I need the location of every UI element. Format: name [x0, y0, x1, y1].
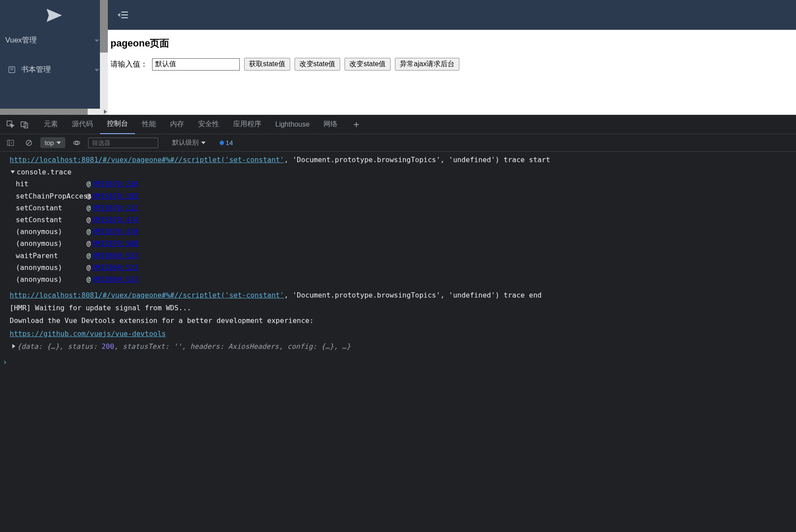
tab-lighthouse[interactable]: Lighthouse	[268, 115, 316, 134]
trace-row: (anonymous)@ VM15869:523	[0, 273, 796, 285]
trace-location-link[interactable]: VM15870:508	[92, 238, 139, 249]
svg-point-13	[75, 142, 78, 144]
console-output: http://localhost:8081/#/vuex/pageone#%#/…	[0, 152, 796, 373]
log-line: http://localhost:8081/#/vuex/pageone#%#/…	[0, 289, 796, 301]
trace-function: setChainPropAccess	[16, 190, 85, 202]
sidebar-item-label: Vuex管理	[5, 35, 37, 45]
tab-memory[interactable]: 内存	[163, 115, 191, 134]
trace-row: hit@ VM15870:236	[0, 178, 796, 190]
trace-row: setChainPropAccess@ VM15870:195	[0, 190, 796, 202]
trace-row: setConstant@ VM15870:474	[0, 214, 796, 226]
sidebar-item-label: 书本管理	[21, 64, 51, 74]
devtools-tabbar: 元素 源代码 控制台 性能 内存 安全性 应用程序 Lighthouse 网络 …	[0, 115, 796, 134]
log-line: https://github.com/vuejs/vue-devtools	[0, 327, 796, 340]
trace-location-link[interactable]: VM15869:523	[92, 262, 139, 273]
trace-location-link[interactable]: VM15870:212	[92, 202, 139, 214]
log-line: [HMR] Waiting for update signal from WDS…	[0, 301, 796, 314]
tab-application[interactable]: 应用程序	[226, 115, 268, 134]
trace-location-link[interactable]: VM15870:474	[92, 214, 139, 226]
get-state-button[interactable]: 获取state值	[244, 58, 290, 71]
log-object[interactable]: {data: {…}, status: 200, statusText: '',…	[0, 340, 796, 353]
trace-function: hit	[16, 178, 85, 190]
console-prompt[interactable]: ›	[0, 353, 796, 372]
sidebar-scrollbar-horizontal[interactable]	[0, 109, 108, 115]
devtools-panel: 元素 源代码 控制台 性能 内存 安全性 应用程序 Lighthouse 网络 …	[0, 115, 796, 532]
trace-row: (anonymous)@ VM15870:478	[0, 226, 796, 238]
chevron-down-icon	[94, 67, 100, 73]
svg-rect-7	[21, 122, 26, 127]
tab-console[interactable]: 控制台	[100, 115, 135, 134]
tab-elements[interactable]: 元素	[37, 115, 65, 134]
app-logo	[0, 0, 108, 31]
tab-performance[interactable]: 性能	[135, 115, 163, 134]
log-url-link[interactable]: http://localhost:8081/#/vuex/pageone#%#/…	[10, 291, 284, 299]
trace-header[interactable]: console.trace	[0, 166, 796, 178]
trace-row: setConstant@ VM15870:212	[0, 202, 796, 214]
log-line: Download the Vue Devtools extension for …	[0, 314, 796, 327]
trace-row: (anonymous)@ VM15869:523	[0, 262, 796, 273]
trace-function: setConstant	[16, 214, 85, 226]
sidebar-scrollbar-vertical[interactable]	[100, 0, 108, 115]
console-toolbar: top 默认级别 14	[0, 134, 796, 152]
caret-down-icon	[11, 170, 15, 174]
chevron-down-icon	[94, 37, 100, 43]
trace-function: (anonymous)	[16, 226, 85, 238]
set-state-button-1[interactable]: 改变state值	[295, 58, 341, 71]
sidebar: Vuex管理 书本管理	[0, 0, 108, 115]
tab-sources[interactable]: 源代码	[65, 115, 100, 134]
trace-location-link[interactable]: VM15870:478	[92, 226, 139, 238]
trace-row: waitParent@ VM15869:523	[0, 250, 796, 262]
message-count[interactable]: 14	[220, 139, 233, 146]
book-icon	[8, 66, 16, 74]
trace-location-link[interactable]: VM15869:523	[92, 273, 139, 285]
inspect-icon[interactable]	[4, 117, 18, 131]
live-expression-icon[interactable]	[70, 136, 84, 150]
context-selector[interactable]: top	[40, 137, 65, 148]
trace-location-link[interactable]: VM15870:195	[92, 190, 139, 202]
vue-devtools-link[interactable]: https://github.com/vuejs/vue-devtools	[10, 330, 166, 338]
collapse-sidebar-icon[interactable]	[117, 9, 129, 21]
trace-function: setConstant	[16, 202, 85, 214]
device-icon[interactable]	[18, 117, 32, 131]
input-label: 请输入值：	[110, 59, 148, 69]
trace-row: (anonymous)@ VM15870:508	[0, 238, 796, 249]
value-input[interactable]	[152, 58, 240, 71]
trace-location-link[interactable]: VM15870:236	[92, 178, 139, 190]
trace-function: (anonymous)	[16, 262, 85, 273]
add-tab-icon[interactable]: +	[353, 119, 359, 130]
page-title: pageone页面	[110, 37, 793, 50]
sidebar-item-book[interactable]: 书本管理	[0, 60, 108, 79]
svg-line-12	[27, 141, 31, 145]
set-state-button-2[interactable]: 改变state值	[345, 58, 391, 71]
page-content: pageone页面 请输入值： 获取state值 改变state值 改变stat…	[108, 30, 796, 78]
caret-right-icon	[12, 344, 15, 348]
app-header	[108, 0, 796, 30]
trace-function: (anonymous)	[16, 238, 85, 249]
log-line: http://localhost:8081/#/vuex/pageone#%#/…	[0, 153, 796, 166]
trace-function: waitParent	[16, 250, 85, 262]
log-url-link[interactable]: http://localhost:8081/#/vuex/pageone#%#/…	[10, 156, 284, 164]
console-filter-input[interactable]	[88, 138, 158, 148]
trace-function: (anonymous)	[16, 273, 85, 285]
tab-network[interactable]: 网络	[316, 115, 345, 134]
trace-location-link[interactable]: VM15869:523	[92, 250, 139, 262]
svg-rect-9	[7, 140, 14, 145]
tab-security[interactable]: 安全性	[191, 115, 226, 134]
log-level-selector[interactable]: 默认级别	[172, 138, 206, 147]
sidebar-item-vuex[interactable]: Vuex管理	[0, 31, 108, 50]
ajax-error-button[interactable]: 异常ajax请求后台	[395, 58, 459, 71]
sidebar-toggle-icon[interactable]	[4, 136, 18, 150]
clear-console-icon[interactable]	[22, 136, 36, 150]
